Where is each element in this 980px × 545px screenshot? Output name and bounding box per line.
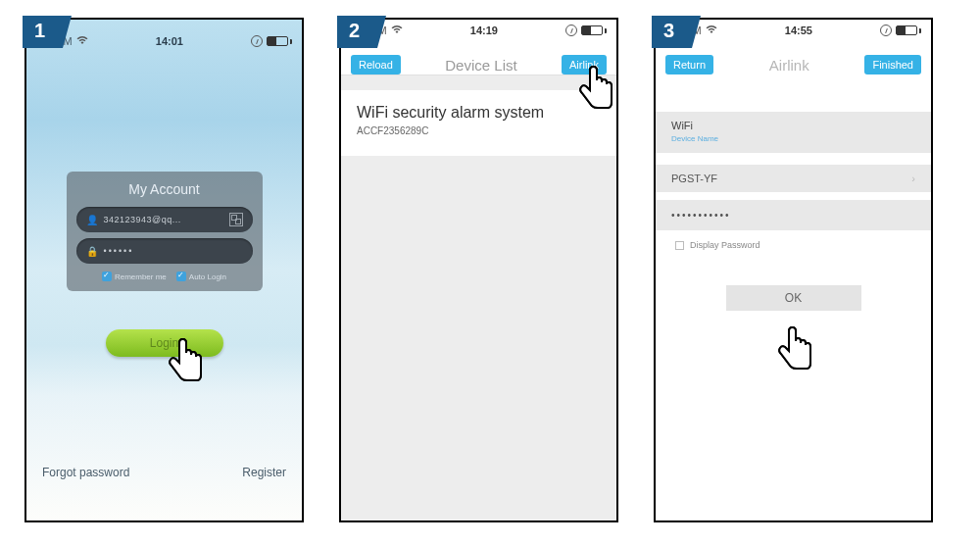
phone-2: No SIM 14:19 bbox=[339, 18, 618, 522]
password-value: •••••• bbox=[104, 246, 243, 256]
login-button[interactable]: Login bbox=[106, 329, 223, 357]
reload-button[interactable]: Reload bbox=[351, 55, 401, 74]
battery-icon bbox=[896, 25, 921, 36]
device-id: ACCF2356289C bbox=[357, 125, 601, 136]
wifi-ssid-row[interactable]: PGST-YF › bbox=[656, 165, 931, 192]
step-2-wrapper: 2 No SIM 14:19 bbox=[339, 18, 618, 522]
checkbox-icon bbox=[102, 272, 112, 281]
display-password-checkbox[interactable]: Display Password bbox=[656, 240, 931, 250]
ok-button-label: OK bbox=[785, 291, 802, 305]
remember-me-checkbox[interactable]: Remember me bbox=[102, 272, 167, 281]
wifi-ssid: PGST-YF bbox=[671, 173, 717, 184]
orientation-lock-icon bbox=[565, 25, 577, 36]
clock-time: 14:01 bbox=[156, 35, 183, 47]
wifi-section-header: WiFi Device Name bbox=[656, 112, 931, 153]
battery-icon bbox=[581, 25, 607, 36]
clock-time: 14:19 bbox=[470, 25, 498, 36]
password-field[interactable]: 🔒 •••••• bbox=[76, 238, 253, 264]
wifi-label: WiFi bbox=[671, 120, 915, 131]
finished-button[interactable]: Finished bbox=[864, 55, 921, 74]
account-panel: My Account 👤 342123943@qq... 🔒 •••••• Re bbox=[67, 172, 263, 291]
auto-login-checkbox[interactable]: Auto Login bbox=[176, 272, 226, 281]
username-field[interactable]: 👤 342123943@qq... bbox=[76, 207, 253, 232]
qr-icon[interactable] bbox=[229, 213, 243, 226]
lock-icon: 🔒 bbox=[86, 246, 98, 257]
wifi-icon bbox=[76, 35, 88, 47]
battery-icon bbox=[267, 36, 292, 47]
orientation-lock-icon bbox=[880, 25, 892, 36]
wifi-icon bbox=[391, 25, 403, 36]
user-icon: 👤 bbox=[86, 215, 98, 225]
wifi-password-value: ••••••••••• bbox=[671, 210, 731, 221]
return-button[interactable]: Return bbox=[665, 55, 713, 74]
ok-button[interactable]: OK bbox=[726, 285, 861, 311]
cursor-hand-icon bbox=[775, 325, 818, 378]
forgot-password-link[interactable]: Forgot password bbox=[42, 466, 129, 479]
device-name: WiFi security alarm system bbox=[357, 104, 601, 122]
wifi-password-field[interactable]: ••••••••••• bbox=[656, 200, 931, 230]
clock-time: 14:55 bbox=[785, 25, 812, 36]
step-1-wrapper: 1 No SIM 14:01 bbox=[24, 18, 304, 522]
phone-1: No SIM 14:01 My Account bbox=[24, 18, 304, 522]
device-name-label: Device Name bbox=[671, 134, 915, 143]
account-title: My Account bbox=[76, 181, 253, 197]
wifi-icon bbox=[706, 25, 717, 36]
checkbox-icon bbox=[176, 272, 186, 281]
orientation-lock-icon bbox=[251, 35, 263, 47]
register-link[interactable]: Register bbox=[242, 466, 286, 479]
airlink-button[interactable]: Airlink bbox=[562, 55, 607, 74]
username-value: 342123943@qq... bbox=[104, 215, 223, 224]
page-title: Airlink bbox=[769, 57, 809, 74]
page-title: Device List bbox=[445, 57, 516, 74]
device-list-item[interactable]: WiFi security alarm system ACCF2356289C bbox=[341, 90, 616, 156]
remember-me-label: Remember me bbox=[115, 272, 167, 281]
auto-login-label: Auto Login bbox=[189, 272, 226, 281]
phone-3: No SIM 14:55 bbox=[654, 18, 933, 522]
display-password-label: Display Password bbox=[690, 240, 760, 250]
login-button-label: Login bbox=[150, 336, 178, 350]
step-3-wrapper: 3 No SIM 14:55 bbox=[654, 18, 933, 522]
checkbox-icon bbox=[675, 241, 684, 250]
chevron-right-icon: › bbox=[911, 173, 915, 184]
